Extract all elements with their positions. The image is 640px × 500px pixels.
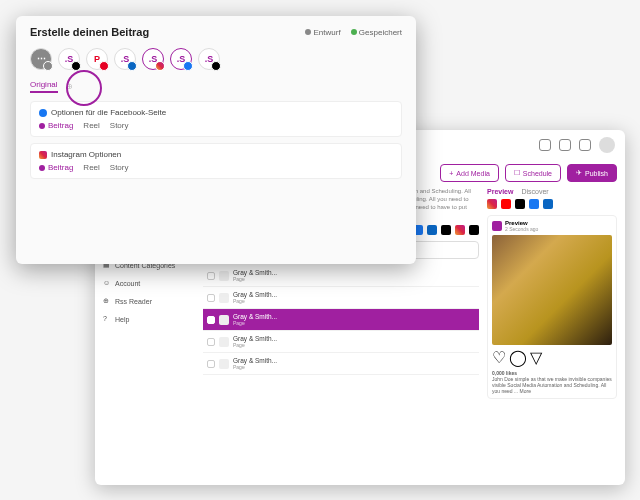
send-icon: ✈	[576, 169, 582, 177]
publish-button[interactable]: ✈Publish	[567, 164, 617, 182]
page-logo-icon	[219, 271, 229, 281]
tiktok-icon[interactable]	[469, 225, 479, 235]
modal-title: Erstelle deinen Beitrag	[30, 26, 149, 38]
help-icon[interactable]	[579, 139, 591, 151]
checkbox[interactable]	[207, 360, 215, 368]
share-icon[interactable]: ▽	[530, 348, 542, 367]
tab-original[interactable]: Original	[30, 80, 58, 93]
facebook-icon	[39, 109, 47, 117]
add-media-button[interactable]: +Add Media	[440, 164, 499, 182]
linkedin-icon[interactable]	[427, 225, 437, 235]
notifications-icon[interactable]	[559, 139, 571, 151]
linkedin-icon[interactable]	[543, 199, 553, 209]
search-result[interactable]: Gray & Smith...Page	[203, 331, 479, 353]
highlight-circle	[66, 70, 102, 106]
checkbox[interactable]	[207, 338, 215, 346]
channel-pinterest[interactable]: P	[86, 48, 108, 70]
sidebar-item-help[interactable]: ?Help	[99, 310, 191, 328]
instagram-icon[interactable]	[487, 199, 497, 209]
channel-x[interactable]: .S	[58, 48, 80, 70]
sidebar-item-label: Rss Reader	[115, 298, 152, 305]
sidebar-item-label: Help	[115, 316, 129, 323]
account-icon: ☺	[103, 279, 111, 287]
page-logo-icon	[219, 315, 229, 325]
preview-timestamp: 2 Seconds ago	[505, 226, 538, 232]
channel-all[interactable]: ⋯	[30, 48, 52, 70]
search-result[interactable]: Gray & Smith...Page	[203, 353, 479, 375]
youtube-icon[interactable]	[501, 199, 511, 209]
comment-icon[interactable]: ◯	[509, 348, 527, 367]
tiktok-icon[interactable]	[441, 225, 451, 235]
status-draft: Entwurf	[305, 28, 340, 37]
schedule-button[interactable]: ☐Schedule	[505, 164, 561, 182]
fb-post-option[interactable]: Beitrag	[39, 121, 73, 130]
help-icon: ?	[103, 315, 111, 323]
plus-icon: +	[449, 170, 453, 177]
checkbox[interactable]	[207, 272, 215, 280]
page-logo-icon	[219, 293, 229, 303]
preview-avatar	[492, 221, 502, 231]
channel-instagram[interactable]: .S	[142, 48, 164, 70]
fb-story-option[interactable]: Story	[110, 121, 129, 130]
tab-preview[interactable]: Preview	[487, 188, 513, 195]
status-saved: Gespeichert	[351, 28, 402, 37]
rss-icon: ⊕	[103, 297, 111, 305]
channel-selector: ⋯ .S P .S .S .S .S	[30, 48, 402, 70]
tiktok-icon[interactable]	[515, 199, 525, 209]
preview-image	[492, 235, 612, 345]
fb-reel-option[interactable]: Reel	[83, 121, 99, 130]
sidebar-item-label: Account	[115, 280, 140, 287]
search-result[interactable]: Gray & Smith...Page	[203, 287, 479, 309]
facebook-icon[interactable]	[529, 199, 539, 209]
search-result[interactable]: Gray & Smith...Page	[203, 265, 479, 287]
tab-discover[interactable]: Discover	[521, 188, 548, 195]
ig-reel-option[interactable]: Reel	[83, 163, 99, 172]
instagram-options: Instagram Optionen Beitrag Reel Story	[30, 143, 402, 179]
checkbox[interactable]	[207, 316, 215, 324]
ig-post-option[interactable]: Beitrag	[39, 163, 73, 172]
page-logo-icon	[219, 359, 229, 369]
page-logo-icon	[219, 337, 229, 347]
facebook-options: Optionen für die Facebook-Seite Beitrag …	[30, 101, 402, 137]
ig-story-option[interactable]: Story	[110, 163, 129, 172]
channel-facebook[interactable]: .S	[170, 48, 192, 70]
settings-icon[interactable]	[539, 139, 551, 151]
post-preview: Preview 2 Seconds ago ♡ ◯ ▽ 0,000 likes	[487, 215, 617, 399]
channel-linkedin[interactable]: .S	[114, 48, 136, 70]
create-post-modal: Erstelle deinen Beitrag Entwurf Gespeich…	[16, 16, 416, 264]
preview-caption: John Doe simple as that we make invisibl…	[492, 376, 612, 394]
calendar-icon: ☐	[514, 169, 520, 177]
search-result-selected[interactable]: Gray & Smith...Page	[203, 309, 479, 331]
checkbox[interactable]	[207, 294, 215, 302]
sidebar-item-account[interactable]: ☺Account	[99, 274, 191, 292]
avatar[interactable]	[599, 137, 615, 153]
sidebar-item-rss[interactable]: ⊕Rss Reader	[99, 292, 191, 310]
channel-tiktok[interactable]: .S	[198, 48, 220, 70]
heart-icon[interactable]: ♡	[492, 348, 506, 367]
instagram-icon[interactable]	[455, 225, 465, 235]
instagram-icon	[39, 151, 47, 159]
